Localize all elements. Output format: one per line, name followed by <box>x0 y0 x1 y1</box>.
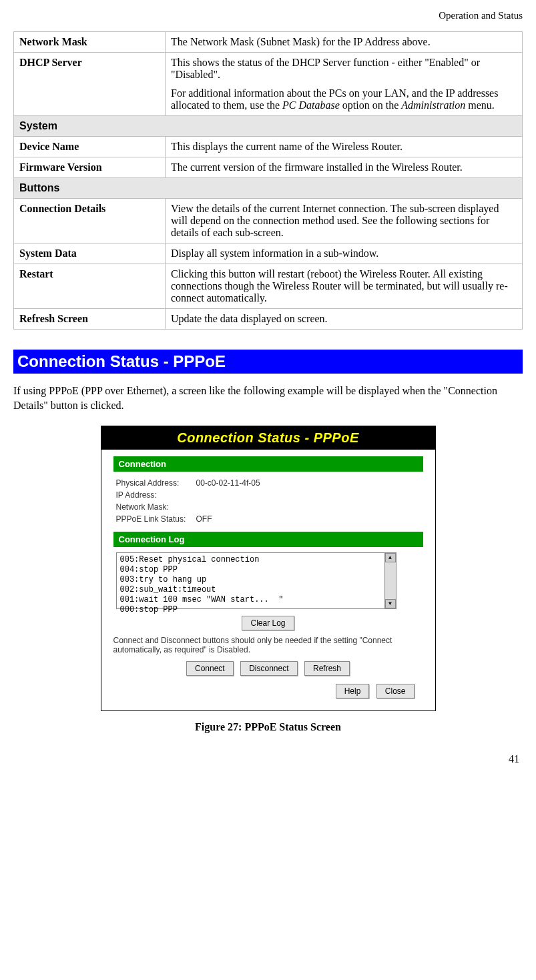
section-header-log: Connection Log <box>113 532 423 547</box>
refresh-button[interactable]: Refresh <box>304 661 350 676</box>
table-row: Device Name This displays the current na… <box>14 137 523 157</box>
status-table: Network Mask The Network Mask (Subnet Ma… <box>13 31 523 330</box>
row-desc: Update the data displayed on screen. <box>166 309 523 330</box>
field-label: Network Mask: <box>116 502 196 512</box>
table-row: System Data Display all system informati… <box>14 243 523 264</box>
row-label: Connection Details <box>14 199 166 243</box>
section-label: System <box>14 116 523 137</box>
row-desc: View the details of the current Internet… <box>166 199 523 243</box>
table-row: Restart Clicking this button will restar… <box>14 264 523 309</box>
row-desc: Clicking this button will restart (reboo… <box>166 264 523 309</box>
close-button[interactable]: Close <box>376 684 415 698</box>
connect-button[interactable]: Connect <box>186 661 234 676</box>
field-label: Physical Address: <box>116 478 196 488</box>
field-label: IP Address: <box>116 490 196 500</box>
row-label: Refresh Screen <box>14 309 166 330</box>
row-label: DHCP Server <box>14 53 166 116</box>
clear-log-button[interactable]: Clear Log <box>242 616 294 630</box>
window-title: Connection Status - PPPoE <box>101 426 435 450</box>
page-number: 41 <box>13 753 523 765</box>
connection-fields: Physical Address:00-c0-02-11-4f-05 IP Ad… <box>113 477 423 532</box>
scroll-down-icon[interactable]: ▼ <box>385 599 396 608</box>
scrollbar[interactable]: ▲ ▼ <box>384 553 396 608</box>
table-row: Firmware Version The current version of … <box>14 157 523 178</box>
disconnect-button[interactable]: Disconnect <box>240 661 297 676</box>
section-label: Buttons <box>14 178 523 199</box>
table-row: Connection Details View the details of t… <box>14 199 523 243</box>
row-label: Device Name <box>14 137 166 157</box>
section-row-system: System <box>14 116 523 137</box>
text-italic: Administration <box>401 99 465 111</box>
section-header-connection: Connection <box>113 456 423 472</box>
intro-text: If using PPPoE (PPP over Ethernet), a sc… <box>13 384 523 412</box>
row-label: System Data <box>14 243 166 264</box>
row-label: Restart <box>14 264 166 309</box>
section-row-buttons: Buttons <box>14 178 523 199</box>
help-button[interactable]: Help <box>336 684 370 698</box>
figure-caption: Figure 27: PPPoE Status Screen <box>13 721 523 733</box>
row-desc: Display all system information in a sub-… <box>166 243 523 264</box>
table-row: DHCP Server This shows the status of the… <box>14 53 523 116</box>
screenshot-window: Connection Status - PPPoE Connection Phy… <box>101 426 436 711</box>
scroll-up-icon[interactable]: ▲ <box>385 553 396 562</box>
field-label: PPPoE Link Status: <box>116 514 196 524</box>
section-heading: Connection Status - PPPoE <box>13 350 523 374</box>
text: menu. <box>465 99 495 111</box>
row-desc: The Network Mask (Subnet Mask) for the I… <box>166 32 523 53</box>
note-text: Connect and Disconnect buttons should on… <box>113 636 423 654</box>
text-italic: PC Database <box>282 99 340 111</box>
table-row: Network Mask The Network Mask (Subnet Ma… <box>14 32 523 53</box>
desc-p1: This shows the status of the DHCP Server… <box>171 57 517 81</box>
row-desc: This displays the current name of the Wi… <box>166 137 523 157</box>
row-desc: The current version of the firmware inst… <box>166 157 523 178</box>
row-label: Network Mask <box>14 32 166 53</box>
table-row: Refresh Screen Update the data displayed… <box>14 309 523 330</box>
page-header: Operation and Status <box>13 10 523 21</box>
text: option on the <box>340 99 401 111</box>
row-label: Firmware Version <box>14 157 166 178</box>
row-desc: This shows the status of the DHCP Server… <box>166 53 523 116</box>
connection-log[interactable]: 005:Reset physical connection 004:stop P… <box>116 552 396 609</box>
log-content: 005:Reset physical connection 004:stop P… <box>120 555 392 615</box>
field-value: OFF <box>196 514 212 524</box>
field-value: 00-c0-02-11-4f-05 <box>196 478 260 488</box>
desc-p2: For additional information about the PCs… <box>171 87 517 111</box>
